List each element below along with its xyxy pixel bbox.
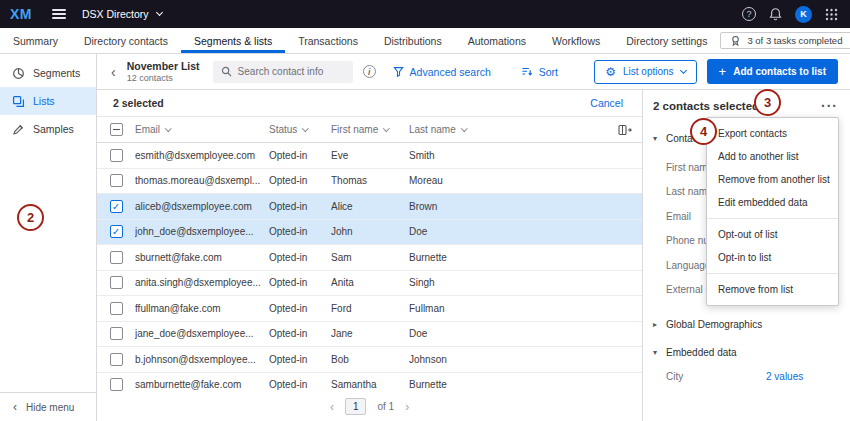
tab-segments-lists[interactable]: Segments & lists <box>181 28 285 53</box>
selection-count: 2 selected <box>113 97 164 109</box>
notifications-bell-icon[interactable] <box>769 7 782 21</box>
table-row[interactable]: ✓aliceb@dsxemployee.comOpted-inAliceBrow… <box>97 194 642 220</box>
help-icon[interactable]: ? <box>742 7 756 21</box>
cell-first-name: John <box>331 226 409 237</box>
contact-count: 12 contacts <box>127 73 200 83</box>
list-options-button[interactable]: ⚙ List options <box>594 60 696 84</box>
menu-item-opt-out-of-list[interactable]: Opt-out of list <box>707 223 838 246</box>
sidebar-item-label: Lists <box>33 95 55 107</box>
list-title: November List <box>127 60 200 72</box>
table-row[interactable]: anita.singh@dsxemployee...Opted-inAnitaS… <box>97 271 642 297</box>
cell-last-name: Burnette <box>409 252 608 263</box>
cell-status: Opted-in <box>269 150 331 161</box>
cell-email: john_doe@dsxemployee... <box>135 226 269 237</box>
cell-status: Opted-in <box>269 303 331 314</box>
column-header-email[interactable]: Email <box>135 124 269 135</box>
user-avatar[interactable]: K <box>795 6 812 23</box>
triangle-down-icon: ▾ <box>653 348 660 357</box>
select-all-checkbox[interactable] <box>110 123 123 136</box>
row-checkbox[interactable] <box>110 149 123 162</box>
cell-status: Opted-in <box>269 252 331 263</box>
row-checkbox[interactable] <box>110 174 123 187</box>
row-checkbox[interactable] <box>110 276 123 289</box>
row-checkbox[interactable] <box>110 302 123 315</box>
table-row[interactable]: ✓john_doe@dsxemployee...Opted-inJohnDoe <box>97 220 642 246</box>
info-icon[interactable]: i <box>363 65 376 78</box>
row-checkbox[interactable] <box>110 327 123 340</box>
column-header-last-name[interactable]: Last name <box>409 124 608 135</box>
cell-email: ffullman@fake.com <box>135 303 269 314</box>
menu-item-remove-from-another-list[interactable]: Remove from another list <box>707 168 838 191</box>
menu-item-remove-from-list[interactable]: Remove from list <box>707 278 838 301</box>
cell-last-name: Fullman <box>409 303 608 314</box>
tab-transactions[interactable]: Transactions <box>285 28 371 53</box>
column-header-first-name[interactable]: First name <box>331 124 409 135</box>
sort-button[interactable]: Sort <box>521 66 558 78</box>
more-options-button[interactable]: ··· <box>821 103 838 110</box>
table-row[interactable]: sburnett@fake.comOpted-inSamBurnette <box>97 245 642 271</box>
table-row[interactable]: ffullman@fake.comOpted-inFordFullman <box>97 296 642 322</box>
add-contacts-button[interactable]: + Add contacts to list <box>707 59 838 84</box>
page-number[interactable]: 1 <box>345 398 367 415</box>
next-page-button[interactable]: › <box>405 401 409 413</box>
row-checkbox[interactable]: ✓ <box>110 200 123 213</box>
menu-item-edit-embedded-data[interactable]: Edit embedded data <box>707 191 838 214</box>
search-box[interactable] <box>213 61 353 83</box>
table-row[interactable]: jane_doe@dsxemployee...Opted-inJaneDoe <box>97 322 642 348</box>
list-toolbar: ‹ November List 12 contacts i Advanced s… <box>97 54 850 90</box>
table-row[interactable]: esmith@dsxemployee.comOpted-inEveSmith <box>97 143 642 169</box>
cell-status: Opted-in <box>269 379 331 390</box>
cell-first-name: Anita <box>331 277 409 288</box>
row-checkbox[interactable] <box>110 251 123 264</box>
advanced-search-button[interactable]: Advanced search <box>393 66 491 78</box>
menu-item-add-to-another-list[interactable]: Add to another list <box>707 145 838 168</box>
directory-selector[interactable]: DSX Directory <box>82 8 162 20</box>
table-row[interactable]: thomas.moreau@dsxempl...Opted-inThomasMo… <box>97 169 642 195</box>
tabbar: SummaryDirectory contactsSegments & list… <box>0 28 850 54</box>
row-checkbox[interactable] <box>110 353 123 366</box>
sidebar-item-lists[interactable]: Lists <box>0 87 96 115</box>
cell-email: jane_doe@dsxemployee... <box>135 328 269 339</box>
cell-last-name: Brown <box>409 201 608 212</box>
hide-menu-button[interactable]: ‹ Hide menu <box>0 392 96 421</box>
section-embedded-data[interactable]: ▾ Embedded data <box>653 347 838 358</box>
sidebar-item-segments[interactable]: Segments <box>0 59 96 87</box>
tab-workflows[interactable]: Workflows <box>539 28 613 53</box>
cell-last-name: Singh <box>409 277 608 288</box>
cancel-selection-link[interactable]: Cancel <box>590 97 623 109</box>
cell-first-name: Bob <box>331 354 409 365</box>
sidebar-item-samples[interactable]: Samples <box>0 115 96 143</box>
row-checkbox[interactable] <box>110 378 123 391</box>
table-row[interactable]: b.johnson@dsxemployee...Opted-inBobJohns… <box>97 347 642 373</box>
hamburger-menu-icon[interactable] <box>52 9 66 19</box>
contacts-table: 2 selected Cancel Email Status First nam… <box>97 90 642 421</box>
prev-page-button[interactable]: ‹ <box>330 401 334 413</box>
row-checkbox[interactable]: ✓ <box>110 225 123 238</box>
menu-item-opt-in-to-list[interactable]: Opt-in to list <box>707 246 838 269</box>
cell-first-name: Sam <box>331 252 409 263</box>
sort-label: Sort <box>539 66 558 78</box>
cell-email: thomas.moreau@dsxempl... <box>135 175 269 186</box>
row-checkbox-cell: ✓ <box>97 225 135 238</box>
chevron-down-icon <box>302 125 308 131</box>
column-settings-icon[interactable] <box>608 124 642 136</box>
tab-directory-contacts[interactable]: Directory contacts <box>71 28 181 53</box>
menu-item-export-contacts[interactable]: Export contacts <box>707 122 838 145</box>
tab-distributions[interactable]: Distributions <box>371 28 455 53</box>
tab-directory-settings[interactable]: Directory settings <box>613 28 720 53</box>
section-global-demographics[interactable]: ▸ Global Demographics <box>653 319 838 330</box>
search-input[interactable] <box>238 66 345 77</box>
tasks-badge[interactable]: 3 of 3 tasks completed <box>720 32 850 49</box>
column-header-status[interactable]: Status <box>269 124 331 135</box>
table-row[interactable]: samburnette@fake.comOpted-inSamanthaBurn… <box>97 373 642 392</box>
apps-grid-icon[interactable] <box>825 8 838 21</box>
city-values-link[interactable]: 2 values <box>766 371 803 382</box>
cell-first-name: Jane <box>331 328 409 339</box>
sidebar-items: SegmentsListsSamples <box>0 54 96 143</box>
tab-automations[interactable]: Automations <box>455 28 539 53</box>
back-button[interactable]: ‹ <box>111 65 116 79</box>
tab-summary[interactable]: Summary <box>0 28 71 53</box>
panel-title: 2 contacts selected <box>653 100 759 112</box>
sidebar-item-label: Segments <box>33 67 80 79</box>
cell-last-name: Burnette <box>409 379 608 390</box>
